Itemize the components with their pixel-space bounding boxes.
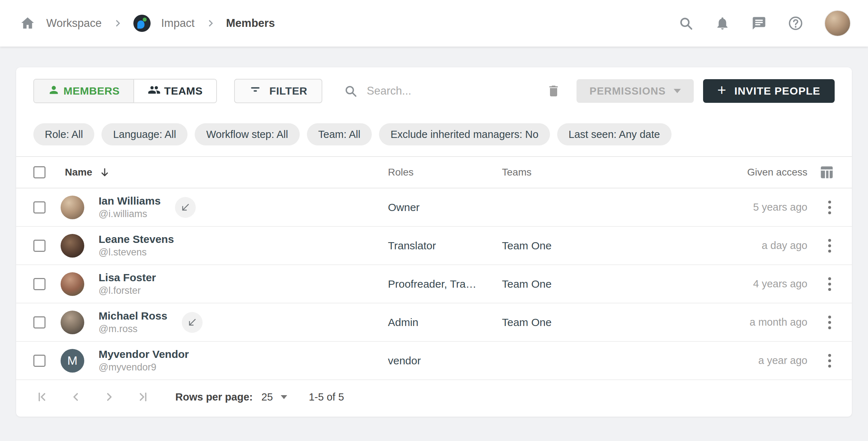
member-name[interactable]: Michael Ross xyxy=(99,309,167,323)
avatar xyxy=(61,272,84,296)
breadcrumb-members: Members xyxy=(226,17,275,30)
row-menu-kebab-icon[interactable] xyxy=(825,197,835,218)
member-roles: Translator xyxy=(388,240,502,252)
rows-per-page-caret-icon[interactable] xyxy=(281,395,287,399)
next-page-icon[interactable] xyxy=(101,388,118,406)
tab-teams[interactable]: TEAMS xyxy=(134,80,217,102)
chip-last-seen[interactable]: Last seen: Any date xyxy=(557,123,672,145)
breadcrumb-workspace[interactable]: Workspace xyxy=(46,17,102,30)
row-menu-kebab-icon[interactable] xyxy=(825,312,835,333)
row-checkbox[interactable] xyxy=(33,316,46,329)
pagination-bar: Rows per page: 25 1-5 of 5 xyxy=(16,380,852,414)
member-teams: Team One xyxy=(502,316,642,329)
rows-per-page-label: Rows per page: xyxy=(175,391,253,403)
member-roles: Owner xyxy=(388,201,502,214)
search-icon xyxy=(344,84,357,98)
last-login-arrow-icon xyxy=(175,197,196,218)
help-icon[interactable] xyxy=(788,15,803,31)
column-header-roles[interactable]: Roles xyxy=(388,167,502,178)
member-name-cell: Leane Stevens @l.stevens xyxy=(58,233,388,259)
messages-chat-icon[interactable] xyxy=(751,15,767,31)
previous-page-icon[interactable] xyxy=(67,388,84,406)
member-name-cell: M Myvendor Vendor @myvendor9 xyxy=(58,347,388,374)
member-teams: Team One xyxy=(502,278,642,290)
members-panel: MEMBERS TEAMS FILTER PERMI xyxy=(16,67,852,417)
tab-teams-label: TEAMS xyxy=(164,85,203,97)
members-teams-segmented-control: MEMBERS TEAMS xyxy=(33,79,217,103)
avatar xyxy=(61,196,84,219)
filter-button[interactable]: FILTER xyxy=(234,79,322,103)
rows-per-page-value[interactable]: 25 xyxy=(261,391,273,403)
person-icon xyxy=(48,84,60,99)
member-given-access: a day ago xyxy=(642,240,807,251)
chip-exclude-inherited-managers[interactable]: Exclude inherited managers: No xyxy=(379,123,550,145)
member-given-access: a month ago xyxy=(642,316,807,328)
member-username: @myvendor9 xyxy=(99,361,189,374)
table-row: M Myvendor Vendor @myvendor9 vendor a ye… xyxy=(16,342,852,380)
member-given-access: 5 years ago xyxy=(642,201,807,213)
column-settings-icon[interactable] xyxy=(819,164,835,180)
permissions-button[interactable]: PERMISSIONS xyxy=(577,79,693,103)
notifications-bell-icon[interactable] xyxy=(715,15,730,31)
tab-members[interactable]: MEMBERS xyxy=(34,80,134,102)
row-checkbox[interactable] xyxy=(33,201,46,214)
invite-people-button[interactable]: + INVITE PEOPLE xyxy=(703,79,835,103)
user-avatar[interactable] xyxy=(824,10,851,37)
chip-language[interactable]: Language: All xyxy=(101,123,188,145)
row-checkbox[interactable] xyxy=(33,355,46,367)
sort-descending-icon xyxy=(99,167,110,178)
topbar-actions xyxy=(678,10,851,37)
member-name[interactable]: Ian Williams xyxy=(99,194,161,208)
member-name-cell: Michael Ross @m.ross xyxy=(58,309,388,335)
member-username: @l.stevens xyxy=(99,246,174,259)
project-logo[interactable] xyxy=(133,15,151,32)
member-name[interactable]: Leane Stevens xyxy=(99,233,174,246)
column-header-given-access[interactable]: Given access xyxy=(642,167,807,178)
first-page-icon[interactable] xyxy=(33,388,51,406)
column-header-name[interactable]: Name xyxy=(58,167,388,178)
chevron-right-icon xyxy=(113,18,123,28)
plus-icon: + xyxy=(717,83,727,98)
member-name[interactable]: Myvendor Vendor xyxy=(99,347,189,361)
row-checkbox[interactable] xyxy=(33,240,46,252)
row-menu-kebab-icon[interactable] xyxy=(825,350,835,371)
avatar xyxy=(61,234,84,258)
member-username: @m.ross xyxy=(99,323,167,335)
member-given-access: 4 years ago xyxy=(642,278,807,290)
column-header-teams[interactable]: Teams xyxy=(502,167,642,178)
member-name-cell: Ian Williams @i.williams xyxy=(58,194,388,220)
row-checkbox[interactable] xyxy=(33,278,46,290)
row-menu-kebab-icon[interactable] xyxy=(825,235,835,256)
search-input[interactable] xyxy=(367,85,543,97)
search-icon[interactable] xyxy=(678,15,694,31)
search-box xyxy=(344,84,543,98)
filter-button-label: FILTER xyxy=(269,85,307,97)
member-name-cell: Lisa Foster @l.forster xyxy=(58,271,388,297)
top-bar: Workspace Impact Members xyxy=(0,0,868,47)
chip-workflow-step[interactable]: Workflow step: All xyxy=(195,123,299,145)
table-header: Name Roles Teams Given access xyxy=(16,157,852,188)
delete-trash-icon[interactable] xyxy=(546,84,561,98)
tab-members-label: MEMBERS xyxy=(63,85,120,97)
member-teams: Team One xyxy=(502,240,642,252)
chip-role[interactable]: Role: All xyxy=(33,123,94,145)
filter-icon xyxy=(249,84,261,99)
member-username: @i.williams xyxy=(99,208,161,220)
permissions-button-label: PERMISSIONS xyxy=(589,85,665,97)
select-all-checkbox[interactable] xyxy=(33,166,46,178)
member-name[interactable]: Lisa Foster xyxy=(99,271,156,284)
table-row: Ian Williams @i.williams Owner 5 years a… xyxy=(16,188,852,227)
member-username: @l.forster xyxy=(99,284,156,297)
row-menu-kebab-icon[interactable] xyxy=(825,274,835,294)
caret-down-icon xyxy=(674,89,681,93)
last-page-icon[interactable] xyxy=(134,388,152,406)
chevron-right-icon xyxy=(205,18,215,28)
chip-team[interactable]: Team: All xyxy=(307,123,372,145)
invite-people-label: INVITE PEOPLE xyxy=(734,85,820,97)
breadcrumb-project[interactable]: Impact xyxy=(161,17,195,30)
member-roles: Admin xyxy=(388,316,502,329)
home-icon[interactable] xyxy=(20,15,35,31)
column-header-name-label: Name xyxy=(65,167,92,178)
member-roles: vendor xyxy=(388,355,502,367)
avatar xyxy=(61,311,84,334)
